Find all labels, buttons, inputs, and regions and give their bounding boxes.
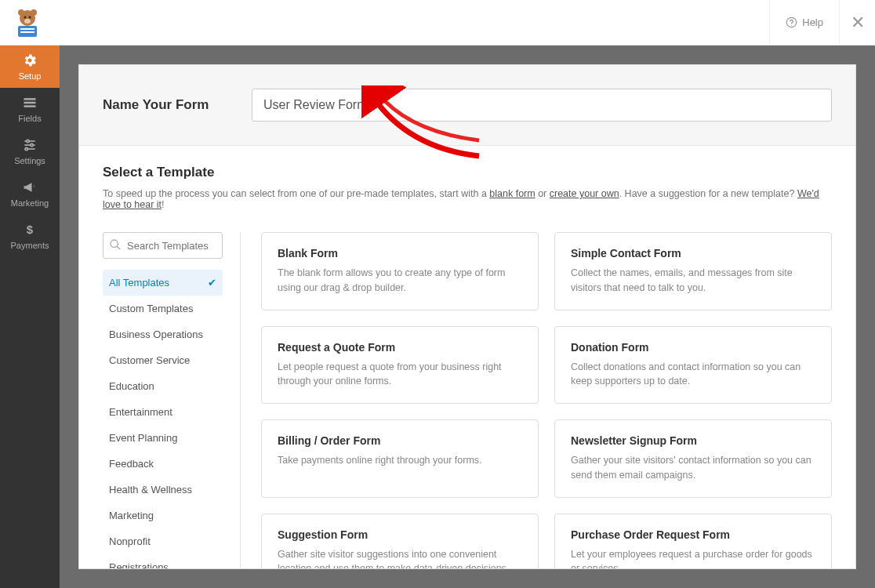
svg-rect-12 bbox=[24, 102, 36, 104]
nav-settings[interactable]: Settings bbox=[0, 130, 60, 172]
svg-point-5 bbox=[24, 19, 31, 24]
template-blank-form[interactable]: Blank Form The blank form allows you to … bbox=[261, 232, 539, 310]
template-title: Suggestion Form bbox=[278, 528, 522, 541]
list-icon bbox=[22, 95, 38, 111]
category-label: Marketing bbox=[109, 510, 154, 521]
svg-point-2 bbox=[31, 9, 37, 16]
category-label: Entertainment bbox=[109, 406, 172, 418]
dollar-icon: $ bbox=[22, 222, 38, 238]
svg-point-21 bbox=[111, 240, 118, 247]
sub-text: ! bbox=[162, 199, 164, 210]
nav-label: Setup bbox=[19, 71, 42, 81]
app-logo bbox=[8, 7, 47, 38]
help-button[interactable]: Help bbox=[769, 0, 839, 45]
category-label: Education bbox=[109, 380, 154, 392]
category-nonprofit[interactable]: Nonprofit bbox=[103, 528, 223, 554]
category-marketing[interactable]: Marketing bbox=[103, 503, 223, 528]
nav-label: Marketing bbox=[11, 198, 49, 208]
template-newsletter-signup[interactable]: Newsletter Signup Form Gather your site … bbox=[554, 419, 832, 498]
form-name-input[interactable] bbox=[252, 89, 832, 122]
category-education[interactable]: Education bbox=[103, 373, 223, 399]
template-purchase-order[interactable]: Purchase Order Request Form Let your emp… bbox=[554, 514, 832, 570]
template-suggestion[interactable]: Suggestion Form Gather site visitor sugg… bbox=[261, 514, 539, 570]
svg-point-17 bbox=[31, 143, 33, 146]
create-own-link[interactable]: create your own bbox=[550, 188, 619, 199]
template-section-title: Select a Template bbox=[103, 165, 832, 180]
category-label: Event Planning bbox=[109, 432, 177, 444]
category-business-operations[interactable]: Business Operations bbox=[103, 321, 223, 347]
template-title: Newsletter Signup Form bbox=[571, 434, 815, 447]
svg-rect-7 bbox=[20, 28, 34, 30]
topbar: Help ✕ bbox=[0, 0, 875, 45]
template-desc: Gather site visitor suggestions into one… bbox=[278, 547, 522, 570]
template-request-quote[interactable]: Request a Quote Form Let people request … bbox=[261, 326, 539, 405]
check-icon: ✔ bbox=[208, 277, 216, 289]
search-icon bbox=[109, 238, 122, 253]
template-desc: Collect donations and contact informatio… bbox=[571, 360, 815, 390]
template-title: Request a Quote Form bbox=[278, 341, 522, 354]
sub-text: or bbox=[536, 188, 550, 199]
gear-icon bbox=[22, 53, 38, 68]
nav-payments[interactable]: $ Payments bbox=[0, 215, 60, 257]
category-label: Business Operations bbox=[109, 328, 203, 340]
nav-label: Payments bbox=[11, 241, 49, 250]
category-entertainment[interactable]: Entertainment bbox=[103, 399, 223, 425]
help-icon bbox=[786, 16, 797, 28]
svg-point-3 bbox=[24, 16, 27, 18]
nav-label: Fields bbox=[18, 114, 41, 123]
panel: Name Your Form Select a Template To s bbox=[78, 64, 856, 569]
template-title: Simple Contact Form bbox=[571, 247, 815, 260]
main-area: Name Your Form Select a Template To s bbox=[60, 45, 875, 588]
category-custom-templates[interactable]: Custom Templates bbox=[103, 296, 223, 321]
svg-point-15 bbox=[27, 140, 29, 142]
template-desc: Collect the names, emails, and messages … bbox=[571, 266, 815, 296]
svg-rect-8 bbox=[20, 31, 34, 33]
name-label: Name Your Form bbox=[103, 97, 252, 113]
template-search bbox=[103, 232, 223, 259]
sliders-icon bbox=[22, 137, 38, 153]
template-grid: Blank Form The blank form allows you to … bbox=[261, 232, 832, 569]
svg-text:$: $ bbox=[27, 223, 34, 236]
category-customer-service[interactable]: Customer Service bbox=[103, 347, 223, 373]
svg-point-19 bbox=[25, 147, 27, 150]
blank-form-link[interactable]: blank form bbox=[489, 188, 535, 199]
category-label: Customer Service bbox=[109, 354, 190, 366]
bullhorn-icon bbox=[22, 180, 38, 195]
category-label: Feedback bbox=[109, 458, 154, 470]
nav-setup[interactable]: Setup bbox=[0, 45, 60, 88]
category-label: Nonprofit bbox=[109, 535, 151, 547]
nav-label: Settings bbox=[14, 156, 45, 165]
category-feedback[interactable]: Feedback bbox=[103, 451, 223, 477]
category-label: Registrations bbox=[109, 561, 169, 569]
template-title: Blank Form bbox=[278, 247, 522, 260]
category-label: Custom Templates bbox=[109, 303, 193, 314]
template-title: Donation Form bbox=[571, 341, 815, 354]
nav-marketing[interactable]: Marketing bbox=[0, 172, 60, 215]
category-registrations[interactable]: Registrations bbox=[103, 554, 223, 569]
template-section-subtitle: To speed up the process you can select f… bbox=[103, 188, 832, 210]
sub-text: To speed up the process you can select f… bbox=[103, 188, 489, 199]
template-desc: Let people request a quote from your bus… bbox=[278, 360, 522, 390]
close-icon: ✕ bbox=[851, 13, 865, 33]
help-label: Help bbox=[802, 16, 823, 28]
template-donation[interactable]: Donation Form Collect donations and cont… bbox=[554, 326, 832, 405]
category-all-templates[interactable]: All Templates ✔ bbox=[103, 270, 223, 296]
template-simple-contact[interactable]: Simple Contact Form Collect the names, e… bbox=[554, 232, 832, 310]
template-desc: Let your employees request a purchase or… bbox=[571, 547, 815, 570]
category-list: All Templates ✔ Custom Templates Busines… bbox=[103, 270, 223, 569]
template-title: Billing / Order Form bbox=[278, 434, 522, 447]
template-desc: Gather your site visitors' contact infor… bbox=[571, 453, 815, 483]
category-event-planning[interactable]: Event Planning bbox=[103, 425, 223, 451]
name-row: Name Your Form bbox=[79, 65, 855, 146]
template-title: Purchase Order Request Form bbox=[571, 528, 815, 541]
svg-point-4 bbox=[29, 16, 31, 18]
category-label: Health & Wellness bbox=[109, 484, 192, 495]
sidebar-nav: Setup Fields Settings Marketing $ Paymen… bbox=[0, 45, 60, 588]
template-billing-order[interactable]: Billing / Order Form Take payments onlin… bbox=[261, 419, 539, 498]
close-button[interactable]: ✕ bbox=[839, 0, 875, 45]
svg-point-1 bbox=[18, 9, 24, 16]
svg-rect-11 bbox=[24, 98, 36, 100]
nav-fields[interactable]: Fields bbox=[0, 88, 60, 130]
category-health-wellness[interactable]: Health & Wellness bbox=[103, 477, 223, 503]
template-desc: The blank form allows you to create any … bbox=[278, 266, 522, 296]
